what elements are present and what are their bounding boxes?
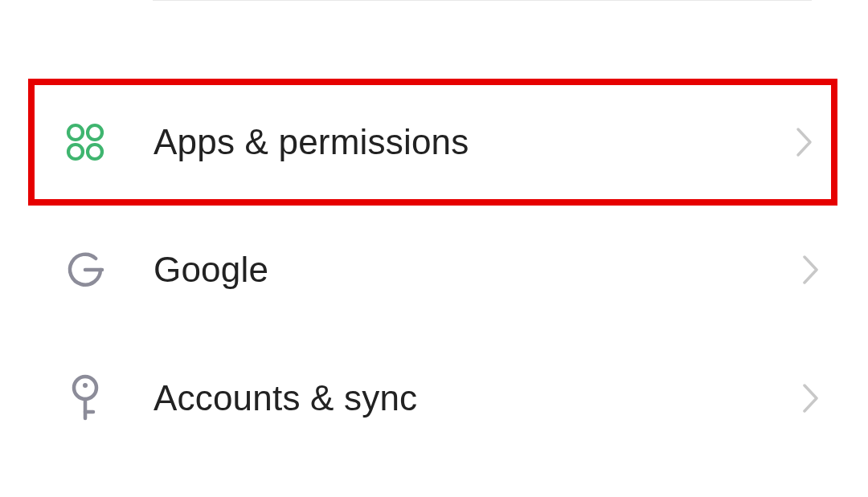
settings-item-label: Apps & permissions (154, 122, 796, 162)
svg-point-1 (88, 125, 102, 140)
section-divider (0, 0, 868, 31)
chevron-right-icon (796, 127, 813, 157)
svg-point-0 (68, 125, 83, 140)
svg-point-6 (83, 383, 88, 388)
chevron-right-icon (802, 255, 820, 285)
settings-item-label: Google (154, 250, 802, 290)
chevron-right-icon (802, 383, 820, 413)
settings-item-google[interactable]: Google (0, 206, 868, 334)
key-icon (63, 373, 107, 423)
svg-point-2 (68, 145, 83, 159)
settings-item-label: Accounts & sync (154, 378, 802, 418)
apps-icon (63, 121, 107, 163)
section-gap (0, 31, 868, 79)
settings-item-apps-permissions[interactable]: Apps & permissions (28, 79, 837, 206)
svg-point-3 (88, 145, 102, 159)
google-icon (63, 250, 107, 290)
settings-list: Apps & permissions Google (0, 0, 868, 497)
settings-item-accounts-sync[interactable]: Accounts & sync (0, 334, 868, 462)
